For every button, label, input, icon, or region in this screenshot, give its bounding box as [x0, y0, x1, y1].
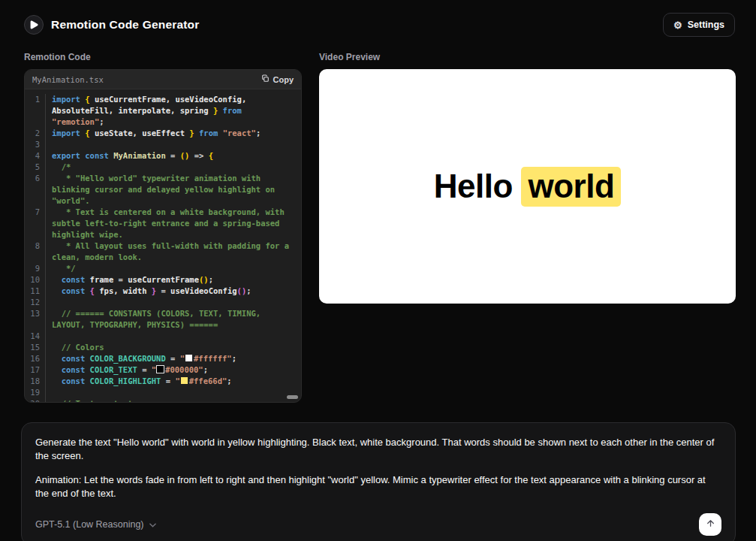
code-line: 19: [25, 387, 294, 398]
code-line: 8 * All layout uses full-width with padd…: [25, 240, 294, 263]
code-line: 9 */: [25, 263, 294, 274]
code-panel-label: Remotion Code: [24, 52, 302, 62]
code-line: 2import { useState, useEffect } from "re…: [25, 128, 294, 139]
preview-text: Hello world: [434, 168, 622, 205]
preview-panel-label: Video Preview: [319, 52, 736, 62]
gear-icon: ⚙: [673, 20, 682, 30]
code-line: 20 // Text content: [25, 398, 294, 402]
color-swatch: [181, 377, 188, 384]
code-line: 1import { useCurrentFrame, useVideoConfi…: [25, 94, 294, 128]
settings-button[interactable]: ⚙ Settings: [663, 13, 735, 37]
code-editor: MyAnimation.tsx Copy 1import { useCurren…: [24, 69, 302, 403]
arrow-up-icon: [706, 518, 715, 530]
code-column: Remotion Code MyAnimation.tsx Copy 1impo…: [24, 52, 302, 403]
model-selector-label: GPT-5.1 (Low Reasoning): [35, 519, 144, 530]
prompt-paragraph: Animation: Let the words fade in from le…: [35, 473, 721, 500]
copy-button-label: Copy: [273, 75, 294, 84]
code-line: 6 * "Hello world" typewriter animation w…: [25, 173, 294, 207]
prompt-input[interactable]: Generate the text "Hello world" with wor…: [35, 436, 721, 500]
code-line: 5 /*: [25, 162, 294, 173]
prompt-footer: GPT-5.1 (Low Reasoning): [35, 513, 721, 536]
code-line: 17 const COLOR_TEXT = "#000000";: [25, 364, 294, 376]
preview-text-plain: Hello: [434, 168, 522, 204]
code-line: 18 const COLOR_HIGHLIGHT = "#ffe66d";: [25, 376, 294, 387]
remotion-logo-icon: [24, 15, 44, 35]
preview-text-highlighted: world: [521, 167, 621, 207]
editor-header: MyAnimation.tsx Copy: [25, 70, 301, 89]
send-button[interactable]: [699, 513, 721, 536]
code-line: 3: [25, 139, 294, 150]
code-lines[interactable]: 1import { useCurrentFrame, useVideoConfi…: [25, 89, 301, 402]
prompt-box: Generate the text "Hello world" with wor…: [21, 422, 736, 541]
code-line: 15 // Colors: [25, 342, 294, 353]
code-line: 4export const MyAnimation = () => {: [25, 150, 294, 162]
scrollbar-thumb[interactable]: [287, 395, 298, 399]
color-swatch: [185, 355, 192, 361]
app-header: Remotion Code Generator ⚙ Settings: [0, 0, 756, 46]
editor-filename: MyAnimation.tsx: [32, 75, 104, 84]
prompt-paragraph: Generate the text "Hello world" with wor…: [35, 436, 721, 462]
video-preview: Hello world: [319, 69, 736, 304]
chevron-down-icon: [149, 519, 156, 530]
code-line: 14: [25, 331, 294, 342]
main-content: Remotion Code MyAnimation.tsx Copy 1impo…: [0, 46, 756, 403]
color-swatch: [157, 366, 164, 373]
code-line: 12: [25, 297, 294, 308]
copy-button[interactable]: Copy: [261, 74, 294, 84]
preview-column: Video Preview Hello world: [319, 52, 736, 304]
page-title: Remotion Code Generator: [51, 18, 200, 32]
code-line: 13 // ====== CONSTANTS (COLORS, TEXT, TI…: [25, 308, 294, 331]
settings-button-label: Settings: [688, 20, 724, 30]
code-line: 16 const COLOR_BACKGROUND = "#ffffff";: [25, 353, 294, 364]
copy-icon: [261, 74, 270, 84]
model-selector[interactable]: GPT-5.1 (Low Reasoning): [35, 519, 156, 530]
code-line: 11 const { fps, width } = useVideoConfig…: [25, 286, 294, 297]
code-line: 10 const frame = useCurrentFrame();: [25, 274, 294, 286]
code-line: 7 * Text is centered on a white backgrou…: [25, 207, 294, 240]
